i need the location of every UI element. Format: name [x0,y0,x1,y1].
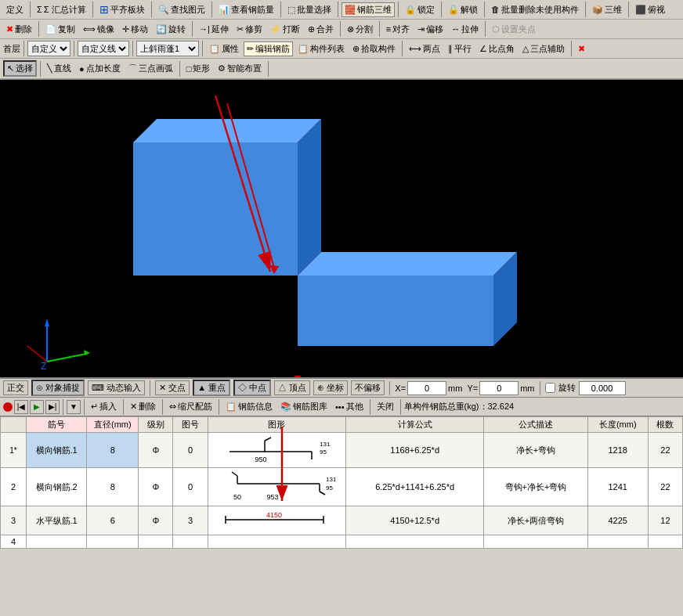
down-btn[interactable]: ▼ [67,400,81,414]
row4-count [648,535,682,549]
smart-layout-btn[interactable]: ⚙ 智能布置 [215,61,265,76]
rebar-info-btn[interactable]: 📋 钢筋信息 [222,399,276,414]
table-row[interactable]: 1* 横向钢筋.1 8 Φ 0 [1,433,683,468]
slope-select[interactable]: 上斜雨蓬1 [136,41,199,56]
component-list-btn[interactable]: 📋 构件列表 [295,41,348,56]
last-btn[interactable]: ▶| [45,400,60,414]
row3-figno: 3 [173,506,208,535]
sep1 [30,2,31,17]
line-type-select[interactable]: 自定义线 [78,41,129,56]
line-btn[interactable]: ╲ 直线 [44,61,74,76]
pick-component-btn[interactable]: ⊕ 拾取构件 [349,41,399,56]
sep31 [123,399,124,415]
select-btn[interactable]: ↖ 选择 [3,60,37,77]
sep11 [628,2,629,17]
line-icon: ╲ [47,63,52,74]
row1-figure: 950 131 95 [208,433,345,468]
info-icon: 📋 [226,402,237,412]
intersect-btn[interactable]: ✕ 交点 [155,380,190,395]
break-btn[interactable]: ⚡ 打断 [267,22,303,37]
three-point-btn[interactable]: △ 三点辅助 [519,41,568,56]
align-btn[interactable]: ≡ 对齐 [383,22,413,37]
delete-btn[interactable]: ✖ 删除 [3,22,35,37]
insert-btn[interactable]: ↵ 插入 [88,399,120,414]
toolbar-row-1: 定义 Σ Σ 汇总计算 ⊞ 平齐板块 🔍 查找图元 📊 查看钢筋量 ⬚ 批量选择… [0,0,683,20]
sep35 [400,399,401,415]
no-offset-btn[interactable]: 不偏移 [351,380,385,395]
batch-select-btn[interactable]: ⬚ 批量选择 [284,2,334,17]
col-count: 根数 [648,417,682,433]
coord-icon: ⊕ [317,383,324,392]
calc-btn[interactable]: Σ Σ 汇总计算 [34,2,89,17]
rebar-view-icon: 📊 [219,5,229,15]
stretch-btn[interactable]: ↔ 拉伸 [448,22,482,37]
delete3-btn[interactable]: ✕ 删除 [127,399,159,414]
set-grip-btn[interactable]: ⬡ 设置夹点 [489,22,539,37]
batch-delete-btn[interactable]: 🗑 批量删除未使用构件 [488,2,582,17]
two-point-btn[interactable]: ⟷ 两点 [406,41,443,56]
snap-btn[interactable]: ⊙ 对象捕捉 [31,380,85,396]
prev-btn[interactable]: ▶ [30,400,44,414]
row4-desc [484,535,587,549]
table-row[interactable]: 4 [1,535,683,549]
define-btn[interactable]: 定义 [3,2,27,17]
3d-view-btn[interactable]: 📦 三维 [589,2,625,17]
ortho-btn[interactable]: 正交 [3,380,28,395]
layer-select[interactable]: 自定义 [27,41,70,56]
edit-rebar-icon: ✏ [247,44,254,54]
delete2-btn[interactable]: ✖ [575,42,588,56]
table-row[interactable]: 3 水平纵筋.1 6 Φ 3 4150 4150+12. [1,506,683,535]
view-rebar-btn[interactable]: 📊 查看钢筋量 [215,2,277,17]
scale-rebar-btn[interactable]: ⇔ 缩尺配筋 [166,399,215,414]
split-btn[interactable]: ⊗ 分割 [344,22,376,37]
align-panel-btn[interactable]: ⊞ 平齐板块 [96,2,148,17]
lock-btn[interactable]: 🔒 锁定 [402,2,438,17]
dynamic-input-btn[interactable]: ⌨ 动态输入 [88,380,145,395]
copy-btn[interactable]: 📄 复制 [42,22,78,37]
move-btn[interactable]: ✛ 移动 [119,22,151,37]
row1-name: 横向钢筋.1 [27,433,87,468]
sep17 [23,41,24,56]
col-name: 筋号 [27,417,87,433]
x-input[interactable] [407,381,446,395]
first-btn[interactable]: |◀ [14,400,28,414]
compare-angle-btn[interactable]: ∠ 比点角 [476,41,518,56]
center-btn[interactable]: ◇ 中点 [233,380,271,396]
midpoint-btn[interactable]: ▲ 重点 [193,380,230,396]
vertex-btn[interactable]: △ 顶点 [274,380,310,395]
other-btn[interactable]: ••• 其他 [332,399,367,414]
edit-rebar-btn[interactable]: ✏ 编辑钢筋 [244,41,293,56]
mirror-btn[interactable]: ⟺ 镜像 [80,22,117,37]
unlock-btn[interactable]: 🔓 解锁 [445,2,481,17]
rotate-checkbox[interactable] [545,383,555,393]
rect-btn[interactable]: □ 矩形 [183,61,214,76]
find-btn[interactable]: 🔍 查找图元 [155,2,208,17]
parallel-btn[interactable]: ∥ 平行 [445,41,475,56]
top-view-btn[interactable]: ⬛ 俯视 [632,2,668,17]
status-bar: 正交 ⊙ 对象捕捉 ⌨ 动态输入 ✕ 交点 ▲ 重点 ◇ 中点 △ 顶点 ⊕ 坐… [0,379,683,398]
coord-btn[interactable]: ⊕ 坐标 [313,380,348,395]
rebar-3d-btn[interactable]: 🧱 钢筋三维 [342,2,395,17]
trim-btn[interactable]: ✂ 修剪 [233,22,266,37]
rebar-lib-btn[interactable]: 📚 钢筋图库 [277,399,331,414]
rotate-btn[interactable]: 🔄 旋转 [153,22,189,37]
close-btn[interactable]: 关闭 [374,399,397,414]
sep20 [202,41,203,56]
sep5 [280,2,281,17]
point-len-icon: ● [79,64,85,74]
point-length-btn[interactable]: ● 点加长度 [76,61,124,76]
close-dot[interactable] [3,402,13,412]
property-btn[interactable]: 📋 属性 [206,41,242,56]
offset-btn[interactable]: ⇥ 偏移 [414,22,446,37]
y-input[interactable] [479,381,519,395]
merge-btn[interactable]: ⊕ 合并 [305,22,337,37]
rotate-input[interactable] [579,381,626,395]
rebar-3d-icon: 🧱 [345,5,356,15]
sep23 [40,61,41,77]
extend-btn[interactable]: →| 延伸 [196,22,232,37]
table-container[interactable]: 筋号 直径(mm) 级别 图号 图形 计算公式 公式描述 长度(mm) 根数 1… [0,416,683,549]
sep8 [441,2,442,17]
table-row[interactable]: 2 横向钢筋.2 8 Φ 0 50 [1,468,683,506]
arc-btn[interactable]: ⌒ 三点画弧 [125,61,176,76]
rebar-shape-3: 4150 [218,508,335,531]
